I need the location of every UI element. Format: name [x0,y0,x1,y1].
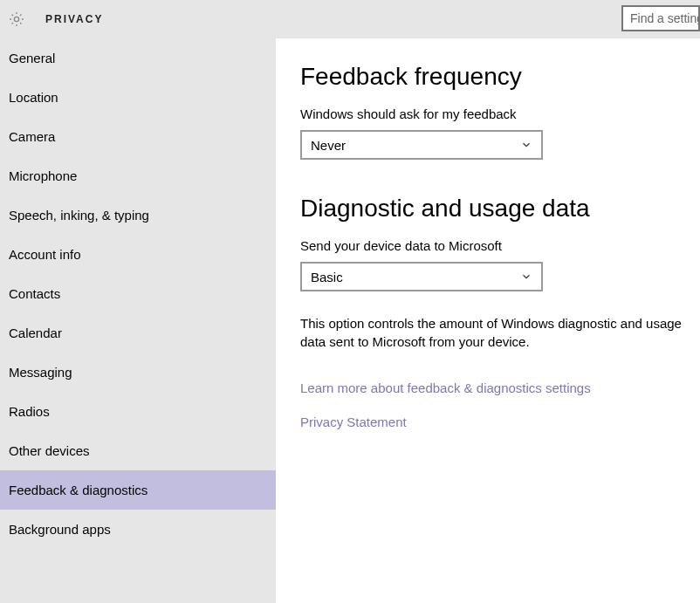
sidebar-item-calendar[interactable]: Calendar [0,313,276,353]
sidebar-item-label: Speech, inking, & typing [9,208,149,223]
sidebar-item-label: General [9,51,55,65]
sidebar-item-label: Calendar [9,325,62,340]
sidebar-item-radios[interactable]: Radios [0,392,276,431]
sidebar-item-general[interactable]: General [0,38,276,78]
chevron-down-icon [520,271,532,283]
dropdown-value: Basic [311,270,343,284]
sidebar-item-camera[interactable]: Camera [0,117,276,156]
feedback-frequency-heading: Feedback frequency [300,63,700,91]
sidebar-item-label: Location [9,90,58,105]
sidebar-item-label: Other devices [9,443,90,458]
diagnostic-description: This option controls the amount of Windo… [300,314,684,351]
feedback-frequency-dropdown[interactable]: Never [300,130,543,160]
feedback-label: Windows should ask for my feedback [300,106,700,121]
svg-point-0 [14,17,18,21]
sidebar-item-contacts[interactable]: Contacts [0,274,276,313]
sidebar-item-label: Account info [9,247,81,262]
sidebar-item-microphone[interactable]: Microphone [0,156,276,195]
diagnostic-label: Send your device data to Microsoft [300,238,700,253]
sidebar: General Location Camera Microphone Speec… [0,38,276,603]
privacy-statement-link[interactable]: Privacy Statement [300,415,700,429]
page-title: PRIVACY [45,13,103,25]
sidebar-item-label: Messaging [9,365,72,380]
app-header: PRIVACY Find a setting [0,0,700,38]
sidebar-item-feedback-diagnostics[interactable]: Feedback & diagnostics [0,470,276,510]
search-input[interactable]: Find a setting [621,5,700,31]
content-area: General Location Camera Microphone Speec… [0,38,700,603]
sidebar-item-background-apps[interactable]: Background apps [0,510,276,549]
sidebar-item-label: Camera [9,129,55,144]
dropdown-value: Never [311,138,346,153]
sidebar-item-other-devices[interactable]: Other devices [0,431,276,470]
sidebar-item-location[interactable]: Location [0,78,276,117]
gear-icon [7,10,26,29]
sidebar-item-account-info[interactable]: Account info [0,235,276,274]
sidebar-item-label: Feedback & diagnostics [9,483,148,497]
sidebar-item-label: Contacts [9,286,60,301]
sidebar-item-speech[interactable]: Speech, inking, & typing [0,195,276,235]
sidebar-item-label: Microphone [9,168,77,183]
main-panel: Feedback frequency Windows should ask fo… [276,38,700,603]
sidebar-item-label: Radios [9,404,50,419]
sidebar-item-label: Background apps [9,522,111,537]
diagnostic-heading: Diagnostic and usage data [300,195,700,223]
chevron-down-icon [520,139,532,151]
diagnostic-data-dropdown[interactable]: Basic [300,262,543,291]
learn-more-link[interactable]: Learn more about feedback & diagnostics … [300,380,700,395]
search-placeholder: Find a setting [630,11,700,25]
sidebar-item-messaging[interactable]: Messaging [0,353,276,392]
